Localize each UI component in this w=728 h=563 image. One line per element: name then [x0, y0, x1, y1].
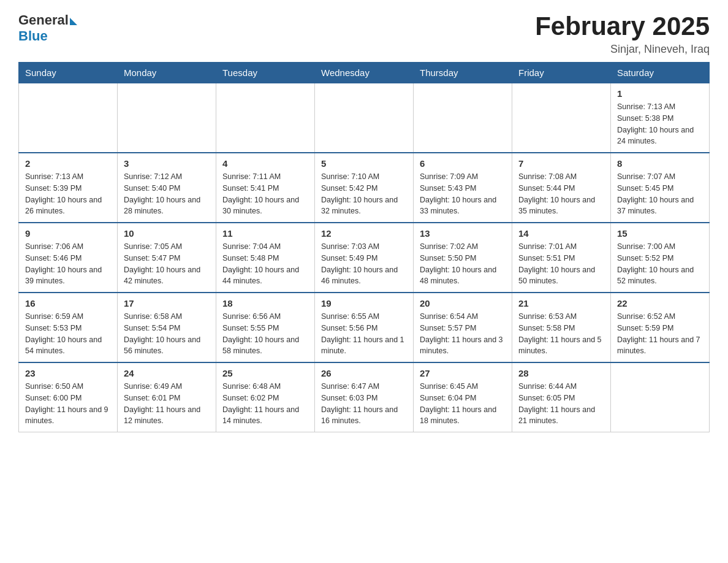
day-number: 21: [518, 298, 604, 308]
logo: General Blue: [18, 12, 77, 44]
day-number: 8: [617, 158, 703, 169]
day-info: Sunrise: 7:13 AMSunset: 5:38 PMDaylight:…: [617, 101, 703, 147]
day-number: 26: [321, 368, 407, 378]
month-title: February 2025: [535, 12, 710, 40]
calendar-cell: 14Sunrise: 7:01 AMSunset: 5:51 PMDayligh…: [512, 223, 611, 293]
calendar-cell: 16Sunrise: 6:59 AMSunset: 5:53 PMDayligh…: [19, 293, 118, 362]
calendar-cell: 9Sunrise: 7:06 AMSunset: 5:46 PMDaylight…: [19, 223, 118, 293]
day-number: 15: [617, 228, 703, 239]
calendar-cell: [414, 83, 512, 153]
day-number: 22: [617, 298, 703, 308]
day-number: 25: [222, 368, 308, 378]
page-header: General Blue February 2025 Sinjar, Ninev…: [18, 12, 710, 56]
day-info: Sunrise: 7:08 AMSunset: 5:44 PMDaylight:…: [518, 171, 604, 217]
day-number: 27: [420, 368, 506, 378]
day-number: 2: [25, 158, 111, 169]
day-info: Sunrise: 6:47 AMSunset: 6:03 PMDaylight:…: [321, 381, 407, 427]
calendar-table: Sunday Monday Tuesday Wednesday Thursday…: [18, 62, 710, 432]
calendar-cell: 13Sunrise: 7:02 AMSunset: 5:50 PMDayligh…: [414, 223, 512, 293]
calendar-cell: 4Sunrise: 7:11 AMSunset: 5:41 PMDaylight…: [216, 153, 315, 223]
col-sunday: Sunday: [19, 63, 118, 83]
calendar-cell: [118, 83, 216, 153]
calendar-cell: 1Sunrise: 7:13 AMSunset: 5:38 PMDaylight…: [611, 83, 710, 153]
calendar-cell: 18Sunrise: 6:56 AMSunset: 5:55 PMDayligh…: [216, 293, 315, 362]
calendar-cell: 3Sunrise: 7:12 AMSunset: 5:40 PMDaylight…: [118, 153, 216, 223]
calendar-cell: 25Sunrise: 6:48 AMSunset: 6:02 PMDayligh…: [216, 362, 315, 432]
day-number: 28: [518, 368, 604, 378]
day-info: Sunrise: 6:50 AMSunset: 6:00 PMDaylight:…: [25, 381, 111, 427]
calendar-cell: 19Sunrise: 6:55 AMSunset: 5:56 PMDayligh…: [315, 293, 414, 362]
col-monday: Monday: [118, 63, 216, 83]
day-info: Sunrise: 7:03 AMSunset: 5:49 PMDaylight:…: [321, 241, 407, 287]
day-info: Sunrise: 6:52 AMSunset: 5:59 PMDaylight:…: [617, 311, 703, 357]
col-tuesday: Tuesday: [216, 63, 315, 83]
calendar-week-row-2: 2Sunrise: 7:13 AMSunset: 5:39 PMDaylight…: [19, 153, 710, 223]
calendar-week-row-3: 9Sunrise: 7:06 AMSunset: 5:46 PMDaylight…: [19, 223, 710, 293]
day-number: 11: [222, 228, 308, 239]
day-info: Sunrise: 7:06 AMSunset: 5:46 PMDaylight:…: [25, 241, 111, 287]
calendar-week-row-4: 16Sunrise: 6:59 AMSunset: 5:53 PMDayligh…: [19, 293, 710, 362]
day-info: Sunrise: 6:55 AMSunset: 5:56 PMDaylight:…: [321, 311, 407, 357]
day-number: 12: [321, 228, 407, 239]
logo-blue-text: Blue: [18, 28, 48, 44]
title-block: February 2025 Sinjar, Nineveh, Iraq: [535, 12, 710, 56]
day-info: Sunrise: 7:13 AMSunset: 5:39 PMDaylight:…: [25, 171, 111, 217]
day-number: 14: [518, 228, 604, 239]
calendar-cell: 15Sunrise: 7:00 AMSunset: 5:52 PMDayligh…: [611, 223, 710, 293]
day-number: 16: [25, 298, 111, 308]
day-info: Sunrise: 7:11 AMSunset: 5:41 PMDaylight:…: [222, 171, 308, 217]
day-info: Sunrise: 7:12 AMSunset: 5:40 PMDaylight:…: [124, 171, 210, 217]
day-info: Sunrise: 7:10 AMSunset: 5:42 PMDaylight:…: [321, 171, 407, 217]
logo-arrow-icon: [70, 18, 77, 25]
day-info: Sunrise: 7:05 AMSunset: 5:47 PMDaylight:…: [124, 241, 210, 287]
day-number: 7: [518, 158, 604, 169]
calendar-header-row: Sunday Monday Tuesday Wednesday Thursday…: [19, 63, 710, 83]
calendar-cell: [19, 83, 118, 153]
calendar-cell: [315, 83, 414, 153]
calendar-cell: 23Sunrise: 6:50 AMSunset: 6:00 PMDayligh…: [19, 362, 118, 432]
calendar-cell: 21Sunrise: 6:53 AMSunset: 5:58 PMDayligh…: [512, 293, 611, 362]
day-number: 4: [222, 158, 308, 169]
day-number: 17: [124, 298, 210, 308]
calendar-cell: 22Sunrise: 6:52 AMSunset: 5:59 PMDayligh…: [611, 293, 710, 362]
col-wednesday: Wednesday: [315, 63, 414, 83]
calendar-cell: 24Sunrise: 6:49 AMSunset: 6:01 PMDayligh…: [118, 362, 216, 432]
day-info: Sunrise: 7:09 AMSunset: 5:43 PMDaylight:…: [420, 171, 506, 217]
calendar-week-row-5: 23Sunrise: 6:50 AMSunset: 6:00 PMDayligh…: [19, 362, 710, 432]
day-number: 10: [124, 228, 210, 239]
day-info: Sunrise: 7:04 AMSunset: 5:48 PMDaylight:…: [222, 241, 308, 287]
calendar-cell: 10Sunrise: 7:05 AMSunset: 5:47 PMDayligh…: [118, 223, 216, 293]
day-info: Sunrise: 6:54 AMSunset: 5:57 PMDaylight:…: [420, 311, 506, 357]
calendar-cell: [512, 83, 611, 153]
calendar-cell: 6Sunrise: 7:09 AMSunset: 5:43 PMDaylight…: [414, 153, 512, 223]
day-info: Sunrise: 6:45 AMSunset: 6:04 PMDaylight:…: [420, 381, 506, 427]
day-number: 23: [25, 368, 111, 378]
day-number: 19: [321, 298, 407, 308]
day-number: 18: [222, 298, 308, 308]
calendar-cell: 26Sunrise: 6:47 AMSunset: 6:03 PMDayligh…: [315, 362, 414, 432]
day-info: Sunrise: 6:59 AMSunset: 5:53 PMDaylight:…: [25, 311, 111, 357]
calendar-cell: 28Sunrise: 6:44 AMSunset: 6:05 PMDayligh…: [512, 362, 611, 432]
calendar-cell: 5Sunrise: 7:10 AMSunset: 5:42 PMDaylight…: [315, 153, 414, 223]
calendar-cell: 20Sunrise: 6:54 AMSunset: 5:57 PMDayligh…: [414, 293, 512, 362]
day-info: Sunrise: 7:07 AMSunset: 5:45 PMDaylight:…: [617, 171, 703, 217]
day-info: Sunrise: 6:53 AMSunset: 5:58 PMDaylight:…: [518, 311, 604, 357]
calendar-cell: 17Sunrise: 6:58 AMSunset: 5:54 PMDayligh…: [118, 293, 216, 362]
day-number: 5: [321, 158, 407, 169]
col-friday: Friday: [512, 63, 611, 83]
day-number: 9: [25, 228, 111, 239]
calendar-cell: 8Sunrise: 7:07 AMSunset: 5:45 PMDaylight…: [611, 153, 710, 223]
calendar-cell: 2Sunrise: 7:13 AMSunset: 5:39 PMDaylight…: [19, 153, 118, 223]
day-number: 24: [124, 368, 210, 378]
calendar-cell: 27Sunrise: 6:45 AMSunset: 6:04 PMDayligh…: [414, 362, 512, 432]
day-info: Sunrise: 6:44 AMSunset: 6:05 PMDaylight:…: [518, 381, 604, 427]
calendar-week-row-1: 1Sunrise: 7:13 AMSunset: 5:38 PMDaylight…: [19, 83, 710, 153]
day-info: Sunrise: 6:58 AMSunset: 5:54 PMDaylight:…: [124, 311, 210, 357]
day-info: Sunrise: 6:48 AMSunset: 6:02 PMDaylight:…: [222, 381, 308, 427]
day-number: 1: [617, 88, 703, 99]
day-info: Sunrise: 7:01 AMSunset: 5:51 PMDaylight:…: [518, 241, 604, 287]
day-info: Sunrise: 7:02 AMSunset: 5:50 PMDaylight:…: [420, 241, 506, 287]
calendar-cell: 11Sunrise: 7:04 AMSunset: 5:48 PMDayligh…: [216, 223, 315, 293]
day-number: 3: [124, 158, 210, 169]
calendar-cell: [216, 83, 315, 153]
